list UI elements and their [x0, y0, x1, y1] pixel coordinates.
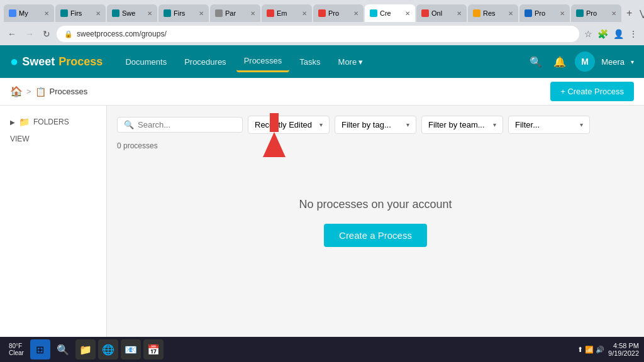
filter-by-team-dropdown[interactable]: Filter by team... ▾: [421, 116, 503, 134]
tab-label: Firs: [70, 9, 93, 17]
address-bar: ← → ↻ 🔒 sweetprocess.com/groups/ ☆ 🧩 👤 ⋮: [0, 23, 644, 45]
tab-par[interactable]: Par ✕: [210, 4, 260, 22]
tab-close[interactable]: ✕: [353, 10, 358, 17]
tab-favicon: [215, 9, 223, 17]
filter-tag-label: Filter by tag...: [341, 120, 391, 129]
tab-overflow[interactable]: ⋁: [637, 8, 644, 18]
tab-cre[interactable]: Cre ✕: [365, 4, 415, 22]
tab-close[interactable]: ✕: [44, 10, 49, 17]
tab-close[interactable]: ✕: [147, 10, 152, 17]
tab-close[interactable]: ✕: [199, 10, 204, 17]
new-tab-button[interactable]: +: [623, 8, 636, 19]
bookmark-icon[interactable]: ☆: [583, 28, 594, 40]
tab-close[interactable]: ✕: [457, 10, 462, 17]
create-a-process-button[interactable]: Create a Process: [324, 224, 427, 247]
back-button[interactable]: ←: [5, 28, 19, 40]
breadcrumb: 🏠 > 📋 Processes: [10, 85, 87, 97]
logo[interactable]: ● SweetProcess: [10, 53, 103, 70]
tab-close[interactable]: ✕: [508, 10, 513, 17]
reload-button[interactable]: ↻: [40, 28, 53, 40]
menu-icon[interactable]: ⋮: [628, 28, 639, 40]
recently-edited-dropdown[interactable]: Recently Edited ▾: [248, 116, 330, 134]
weather-temp: 80°F: [9, 343, 22, 349]
taskbar-edge[interactable]: 🌐: [98, 339, 118, 359]
tab-label: Em: [277, 9, 299, 17]
tab-label: Par: [225, 9, 248, 17]
profile-icon[interactable]: 👤: [612, 28, 625, 40]
avatar: M: [575, 52, 595, 72]
notifications-button[interactable]: 🔔: [551, 53, 569, 70]
tab-close[interactable]: ✕: [302, 10, 307, 17]
taskbar-date-display: 9/19/2022: [608, 349, 639, 357]
taskbar-clock: 4:58 PM 9/19/2022: [608, 342, 639, 357]
breadcrumb-bar: 🏠 > 📋 Processes + Create Process: [0, 78, 644, 106]
nav-procedures[interactable]: Procedures: [177, 52, 233, 72]
sidebar-arrow-icon: ▶: [10, 119, 15, 126]
tab-res[interactable]: Res ✕: [468, 4, 518, 22]
tab-favicon: [164, 9, 171, 17]
tab-favicon: [525, 9, 532, 17]
search-button[interactable]: 🔍: [527, 53, 545, 70]
processes-icon: 📋: [35, 87, 46, 97]
sidebar-view[interactable]: VIEW: [5, 131, 101, 147]
taskbar-windows-button[interactable]: ⊞: [30, 339, 50, 359]
filter-by-tag-dropdown[interactable]: Filter by tag... ▾: [335, 116, 416, 134]
taskbar-app3[interactable]: 📧: [121, 339, 141, 359]
tab-pro2[interactable]: Pro ✕: [519, 4, 570, 22]
tab-close[interactable]: ✕: [611, 10, 616, 17]
tab-label: Pro: [535, 9, 557, 17]
tab-label: Pro: [328, 9, 351, 17]
user-name: Meera: [601, 57, 625, 67]
process-count: 0 processes: [117, 141, 634, 150]
empty-state: No processes on your account Create a Pr…: [117, 160, 634, 285]
tab-favicon: [318, 9, 326, 17]
nav-documents[interactable]: Documents: [118, 52, 174, 72]
tab-firs2[interactable]: Firs ✕: [158, 4, 209, 22]
tab-firs1[interactable]: Firs ✕: [55, 4, 106, 22]
taskbar-search-button[interactable]: 🔍: [53, 339, 73, 359]
tab-em[interactable]: Em ✕: [262, 4, 312, 22]
search-box[interactable]: 🔍: [117, 117, 243, 133]
tab-label: Swe: [122, 9, 145, 17]
tab-close[interactable]: ✕: [250, 10, 255, 17]
tab-favicon: [576, 9, 584, 17]
breadcrumb-separator: >: [26, 87, 31, 96]
tab-close[interactable]: ✕: [96, 10, 101, 17]
user-dropdown-arrow[interactable]: ▾: [631, 58, 634, 65]
logo-process-text: Process: [58, 55, 103, 69]
nav-right: 🔍 🔔 M Meera ▾: [527, 52, 634, 72]
tab-my[interactable]: My ✕: [4, 4, 54, 22]
address-actions: ☆ 🧩 👤 ⋮: [583, 28, 639, 40]
tab-favicon: [9, 9, 16, 17]
create-process-button[interactable]: + Create Process: [550, 82, 634, 101]
forward-button[interactable]: →: [23, 28, 36, 40]
nav-processes[interactable]: Processes: [236, 51, 290, 72]
extensions-icon[interactable]: 🧩: [596, 28, 609, 40]
tab-pro3[interactable]: Pro ✕: [571, 4, 621, 22]
nav-more[interactable]: More ▾: [331, 52, 371, 72]
filter-label: Filter...: [515, 120, 540, 129]
filter-dropdown[interactable]: Filter... ▾: [508, 116, 590, 134]
tab-close[interactable]: ✕: [405, 10, 410, 17]
dropdown-arrow-icon: ▾: [580, 121, 583, 128]
tab-label: My: [19, 9, 42, 17]
nav-links: Documents Procedures Processes Tasks Mor…: [118, 51, 512, 72]
taskbar: 80°F Clear ⊞ 🔍 📁 🌐 📧 📅 ⬆ 📶 🔊 4:58 PM 9/1…: [0, 337, 644, 362]
home-icon[interactable]: 🏠: [10, 85, 23, 97]
taskbar-file-explorer[interactable]: 📁: [75, 339, 96, 359]
taskbar-app4[interactable]: 📅: [143, 339, 164, 359]
tab-onl[interactable]: Onl ✕: [416, 4, 467, 22]
taskbar-time-display: 4:58 PM: [613, 342, 639, 349]
search-input[interactable]: [138, 120, 232, 129]
nav-tasks[interactable]: Tasks: [292, 52, 328, 72]
tab-swe[interactable]: Swe ✕: [107, 4, 157, 22]
folder-icon: 📁: [19, 117, 30, 127]
lock-icon: 🔒: [64, 30, 73, 38]
sidebar-folders[interactable]: ▶ 📁 FOLDERS: [5, 113, 101, 131]
main-area: ▶ 📁 FOLDERS VIEW 🔍 Recently Edited ▾: [0, 106, 644, 337]
url-bar[interactable]: 🔒 sweetprocess.com/groups/: [57, 26, 579, 42]
tab-close[interactable]: ✕: [560, 10, 565, 17]
tab-pro1[interactable]: Pro ✕: [313, 4, 364, 22]
empty-message: No processes on your account: [299, 198, 452, 211]
filter-team-label: Filter by team...: [428, 120, 485, 129]
